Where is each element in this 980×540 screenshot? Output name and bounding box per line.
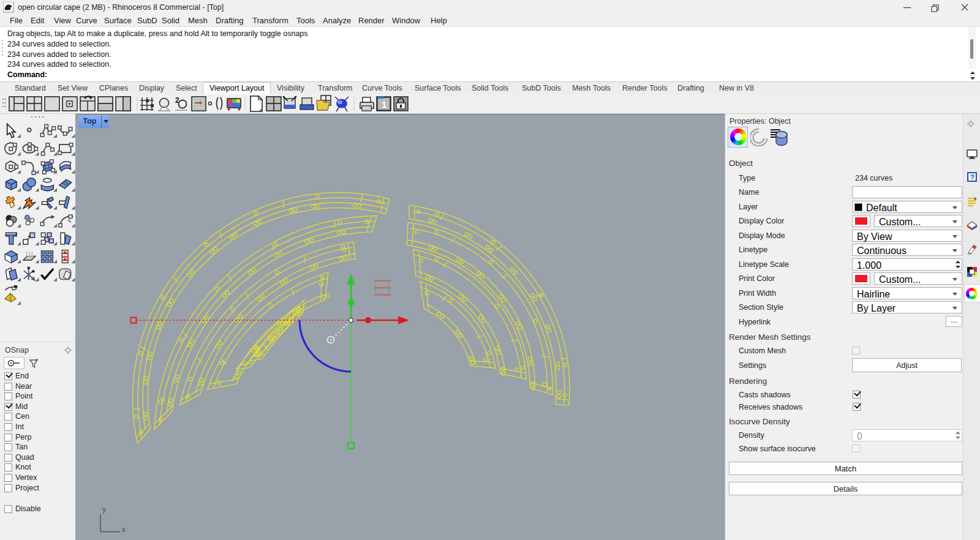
svg-text:!: ! <box>9 296 10 301</box>
svg-text:y: y <box>102 505 106 514</box>
svg-text:x: x <box>122 525 126 534</box>
svg-text:?: ? <box>970 173 974 181</box>
svg-text:1: 1 <box>382 99 386 110</box>
